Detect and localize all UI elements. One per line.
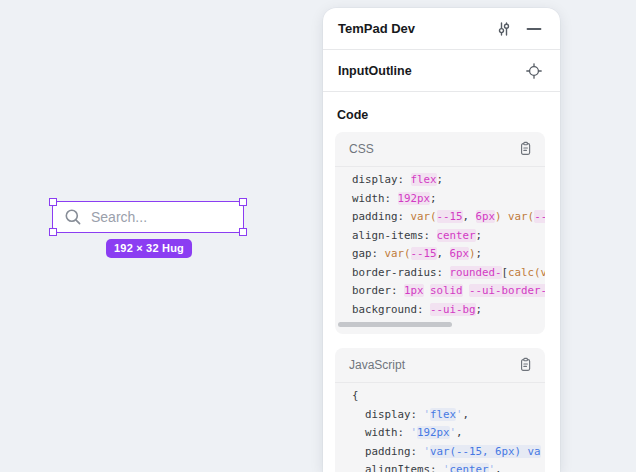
code-line: display: 'flex', <box>352 406 545 425</box>
code-line: { <box>352 387 545 406</box>
tempad-dev-plugin-panel: TemPad Dev InputOutline <box>323 8 560 472</box>
selection-handle-top-left[interactable] <box>49 198 57 206</box>
clipboard-copy-icon <box>518 141 533 157</box>
code-line: background: --ui-bg; <box>352 301 545 320</box>
code-line: display: flex; <box>352 171 545 190</box>
search-input-placeholder: Search... <box>91 209 147 225</box>
js-code-block: JavaScript { display: 'flex', width: '19… <box>335 348 545 472</box>
canvas-search-input-component[interactable]: Search... <box>52 201 244 233</box>
css-code-block-label: CSS <box>349 142 514 156</box>
css-code-block: CSS display: flex;width: 192px;padding: … <box>335 132 545 334</box>
panel-divider <box>323 91 560 92</box>
code-line: border: 1px solid --ui-border- <box>352 282 545 301</box>
code-line: width: '192px', <box>352 424 545 443</box>
js-code-block-label: JavaScript <box>349 358 514 372</box>
code-line: width: 192px; <box>352 190 545 209</box>
code-line: alignItems: 'center', <box>352 461 545 472</box>
panel-content: Code CSS display: flex;width: 192px;padd… <box>323 108 560 472</box>
clipboard-copy-icon <box>518 357 533 373</box>
copy-js-button[interactable] <box>514 354 536 376</box>
settings-sliders-button[interactable] <box>493 18 515 40</box>
locate-component-button[interactable] <box>523 60 545 82</box>
panel-header: TemPad Dev <box>323 8 560 49</box>
code-line: gap: var(--15, 6px); <box>352 245 545 264</box>
sliders-adjust-icon <box>496 21 512 37</box>
js-code-block-header: JavaScript <box>335 348 545 383</box>
selection-handle-top-right[interactable] <box>239 198 247 206</box>
code-line: padding: var(--15, 6px) var(-- <box>352 208 545 227</box>
js-code[interactable]: { display: 'flex', width: '192px', paddi… <box>335 383 545 472</box>
panel-title: TemPad Dev <box>338 21 493 36</box>
code-line: align-items: center; <box>352 227 545 246</box>
selection-dimensions-badge: 192 × 32 Hug <box>106 239 192 258</box>
minimize-panel-button[interactable] <box>523 18 545 40</box>
selection-handle-bottom-right[interactable] <box>239 228 247 236</box>
css-code-block-header: CSS <box>335 132 545 167</box>
magnifier-search-icon <box>64 208 82 226</box>
selection-handle-bottom-left[interactable] <box>49 228 57 236</box>
locate-crosshair-icon <box>526 63 542 79</box>
selected-component-name: InputOutline <box>338 64 523 78</box>
minimize-minus-icon <box>526 21 542 37</box>
css-scrollbar-thumb[interactable] <box>338 322 452 327</box>
code-line: border-radius: rounded-[calc(v <box>352 264 545 283</box>
css-horizontal-scrollbar <box>338 322 545 327</box>
code-section-label: Code <box>337 108 545 122</box>
selected-component-row: InputOutline <box>323 50 560 91</box>
copy-css-button[interactable] <box>514 138 536 160</box>
code-line: padding: 'var(--15, 6px) va <box>352 443 545 462</box>
css-code[interactable]: display: flex;width: 192px;padding: var(… <box>335 167 545 319</box>
